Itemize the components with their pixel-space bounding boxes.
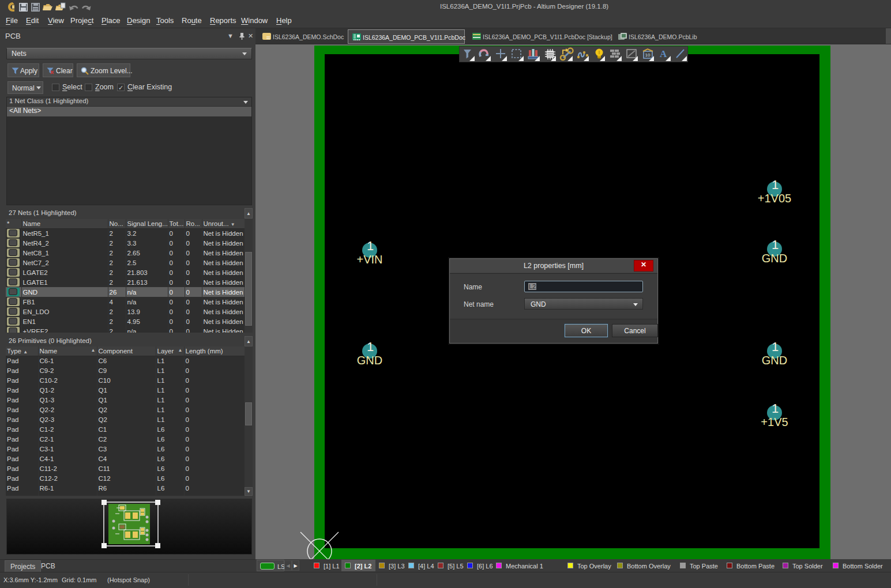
svg-text:10: 10 bbox=[645, 52, 651, 58]
svg-text:A: A bbox=[660, 48, 667, 59]
